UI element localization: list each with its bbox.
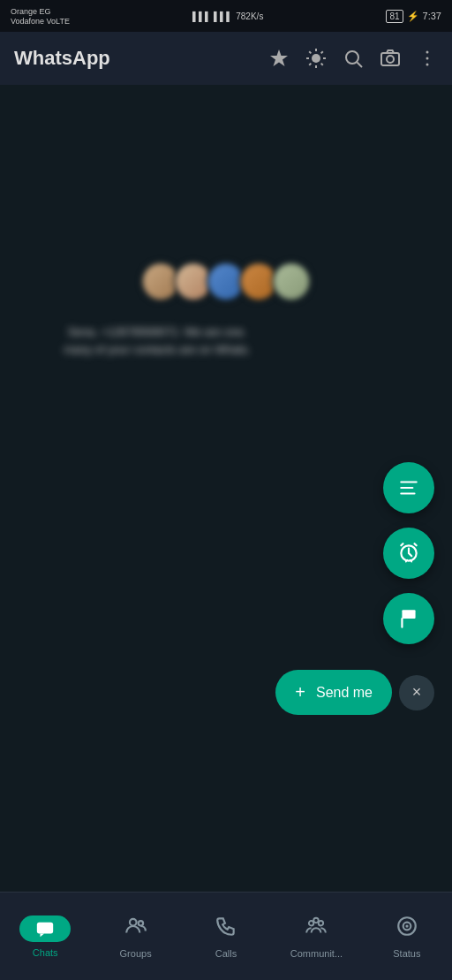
speed-text: 782K/s xyxy=(236,11,263,21)
chats-active-icon xyxy=(19,915,71,942)
carrier1: Orange EG xyxy=(11,7,70,16)
svg-marker-23 xyxy=(41,933,45,937)
chats-label: Chats xyxy=(33,947,58,958)
fab-container xyxy=(383,462,434,644)
status-bar: Orange EG Vodafone VoLTE ▌▌▌ ▌▌▌ 782K/s … xyxy=(0,0,452,32)
search-button[interactable] xyxy=(343,48,364,69)
clock: 7:37 xyxy=(423,11,441,21)
close-send-me-button[interactable]: × xyxy=(399,675,434,710)
network-speed: ▌▌▌ ▌▌▌ 782K/s xyxy=(192,11,263,21)
reminder-icon xyxy=(397,542,420,565)
more-options-button[interactable] xyxy=(417,48,438,69)
nav-item-status[interactable]: Status xyxy=(362,906,452,968)
nav-item-calls[interactable]: Calls xyxy=(181,906,271,968)
svg-point-14 xyxy=(426,57,429,60)
signal-icon: ▌▌▌ ▌▌▌ xyxy=(192,11,232,21)
svg-line-6 xyxy=(321,64,323,65)
app-title: WhatsApp xyxy=(14,47,258,70)
svg-point-28 xyxy=(314,917,319,922)
send-me-container: + Send me × xyxy=(275,670,434,715)
contact-avatars xyxy=(141,262,312,301)
more-options-icon xyxy=(417,48,438,69)
chat-fab-button[interactable] xyxy=(383,462,434,513)
status-icon-container xyxy=(396,915,418,943)
nav-item-groups[interactable]: Groups xyxy=(90,906,180,968)
svg-rect-17 xyxy=(400,487,413,489)
groups-icon-container xyxy=(124,915,147,943)
paintbrush-icon xyxy=(397,607,420,630)
svg-line-5 xyxy=(309,51,311,53)
status-label: Status xyxy=(393,948,420,959)
nav-item-communities[interactable]: Communit... xyxy=(271,906,361,968)
camera-icon xyxy=(380,48,401,69)
carrier2: Vodafone VoLTE xyxy=(11,17,70,26)
blurred-line2: many of your contacts are on Whats. xyxy=(64,343,251,356)
svg-point-15 xyxy=(426,64,429,66)
communities-icon xyxy=(305,915,328,938)
svg-point-26 xyxy=(309,921,313,925)
blurred-description: Sena, +12678569071: We are one. many of … xyxy=(42,323,272,358)
brightness-icon xyxy=(305,48,327,69)
blurred-line1: Sena, +12678569071: We are one. xyxy=(68,325,247,338)
app-bar: WhatsApp xyxy=(0,32,452,85)
star-icon xyxy=(268,48,290,69)
calls-icon-container xyxy=(215,915,237,943)
reminder-fab-button[interactable] xyxy=(383,528,434,579)
close-icon: × xyxy=(412,683,422,702)
bottom-nav: Chats Groups Calls xyxy=(0,892,452,980)
avatar-5 xyxy=(272,262,312,301)
svg-point-0 xyxy=(312,54,320,63)
nav-item-chats[interactable]: Chats xyxy=(0,907,90,967)
svg-point-27 xyxy=(319,921,323,925)
lightning-icon: ⚡ xyxy=(407,11,419,22)
svg-point-13 xyxy=(426,51,429,54)
chat-list-icon xyxy=(397,476,420,499)
brightness-button[interactable] xyxy=(305,48,327,69)
svg-rect-18 xyxy=(400,492,415,494)
svg-point-25 xyxy=(138,921,142,925)
time-battery: 81 ⚡ 7:37 xyxy=(386,10,441,23)
svg-point-31 xyxy=(405,924,408,927)
svg-rect-22 xyxy=(37,922,53,933)
status-icon xyxy=(396,915,418,938)
groups-icon xyxy=(124,915,147,938)
send-me-plus-icon: + xyxy=(295,682,305,703)
communities-icon-container xyxy=(305,915,328,943)
battery-level: 81 xyxy=(386,10,403,23)
communities-label: Communit... xyxy=(290,948,343,959)
search-icon xyxy=(343,48,364,69)
svg-line-10 xyxy=(358,63,363,68)
calls-icon xyxy=(215,915,237,938)
svg-rect-16 xyxy=(400,481,418,482)
send-me-label: Send me xyxy=(316,685,373,701)
svg-line-7 xyxy=(321,51,323,53)
paintbrush-fab-button[interactable] xyxy=(383,593,434,644)
svg-point-9 xyxy=(346,51,358,64)
chats-icon xyxy=(35,919,55,938)
carrier-info: Orange EG Vodafone VoLTE xyxy=(11,7,70,26)
main-content: Sena, +12678569071: We are one. many of … xyxy=(0,85,452,892)
svg-point-24 xyxy=(130,918,137,925)
svg-rect-20 xyxy=(402,610,415,619)
app-bar-icons xyxy=(268,48,438,69)
svg-line-8 xyxy=(309,64,311,65)
star-filter-button[interactable] xyxy=(268,48,290,69)
send-me-button[interactable]: + Send me xyxy=(275,670,392,715)
calls-label: Calls xyxy=(215,948,237,959)
svg-point-12 xyxy=(387,56,394,63)
camera-button[interactable] xyxy=(380,48,401,69)
groups-label: Groups xyxy=(120,948,152,959)
